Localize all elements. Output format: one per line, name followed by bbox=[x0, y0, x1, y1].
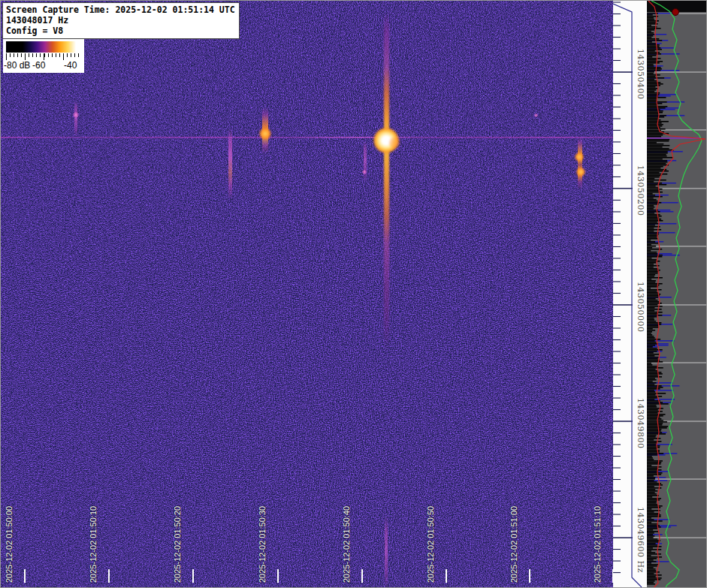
spectrum-lab-screen-capture: 2025-12-02 01:50:002025-12-02 01:50:1020… bbox=[0, 0, 707, 588]
meteor-echo-blob bbox=[259, 128, 271, 140]
time-axis-label: 2025-12-02 01:50:00 bbox=[5, 506, 14, 583]
time-axis-label: 2025-12-02 01:51:10 bbox=[593, 506, 602, 583]
time-axis-label: 2025-12-02 01:50:50 bbox=[426, 506, 435, 583]
time-axis-label: 2025-12-02 01:50:40 bbox=[342, 506, 351, 583]
spectrum-graph-panel bbox=[647, 1, 707, 588]
meteor-echo-streak bbox=[74, 101, 77, 137]
waterfall-noise-texture bbox=[1, 1, 614, 588]
time-axis-tick bbox=[108, 569, 110, 583]
config-text: Config = V8 bbox=[6, 26, 235, 36]
meteor-echo-blob bbox=[534, 113, 538, 117]
meteor-echo-blob bbox=[576, 167, 585, 176]
meteor-echo-blob bbox=[575, 152, 584, 161]
db-label-high: -40 bbox=[64, 60, 77, 71]
time-axis-tick bbox=[361, 569, 363, 583]
db-color-legend: -80 dB -60 -40 bbox=[3, 39, 84, 73]
carrier-line bbox=[1, 137, 614, 138]
meteor-echo-streak bbox=[364, 140, 367, 182]
frequency-axis-label: 143049800 bbox=[636, 398, 645, 449]
meteor-echo-streak bbox=[385, 516, 388, 588]
waterfall-spectrogram: 2025-12-02 01:50:002025-12-02 01:50:1020… bbox=[1, 1, 614, 588]
time-axis-label: 2025-12-02 01:50:10 bbox=[89, 506, 98, 583]
frequency-axis-label: 143049600 Hz bbox=[636, 507, 645, 573]
meteor-echo-streak bbox=[384, 12, 389, 351]
meteor-echo-streak bbox=[228, 128, 232, 200]
frequency-axis-label: 143050200 bbox=[636, 165, 645, 216]
center-frequency-text: 143048017 Hz bbox=[6, 15, 235, 26]
time-axis-tick bbox=[446, 569, 447, 583]
frequency-axis-label: 143050400 bbox=[636, 49, 645, 100]
time-axis-tick bbox=[24, 569, 26, 583]
meteor-echo-streak bbox=[578, 137, 582, 190]
frequency-scale: 1430504001430502001430500001430498001430… bbox=[613, 1, 647, 588]
meteor-echo-blob bbox=[388, 137, 400, 149]
time-axis-label: 2025-12-02 01:50:20 bbox=[173, 506, 182, 583]
time-axis-label: 2025-12-02 01:51:00 bbox=[509, 506, 518, 583]
color-gradient-bar bbox=[6, 41, 81, 53]
db-label-mid: -60 bbox=[32, 60, 45, 71]
time-axis-tick bbox=[277, 569, 279, 583]
meteor-echo-blob bbox=[362, 170, 367, 174]
time-axis-label: 2025-12-02 01:50:30 bbox=[258, 506, 267, 583]
spectrum-graph bbox=[647, 1, 707, 588]
frequency-axis-label: 143050000 bbox=[636, 282, 645, 333]
time-axis-tick bbox=[192, 569, 194, 583]
marker-dot bbox=[672, 9, 679, 16]
meteor-echo-blob bbox=[73, 112, 79, 118]
time-axis-tick bbox=[529, 569, 530, 583]
capture-time-text: Screen Capture Time: 2025-12-02 01:51:14… bbox=[6, 5, 235, 15]
db-label-low: -80 dB bbox=[4, 60, 30, 71]
capture-info-box: Screen Capture Time: 2025-12-02 01:51:14… bbox=[2, 2, 240, 39]
db-ruler-ticks bbox=[6, 53, 82, 60]
